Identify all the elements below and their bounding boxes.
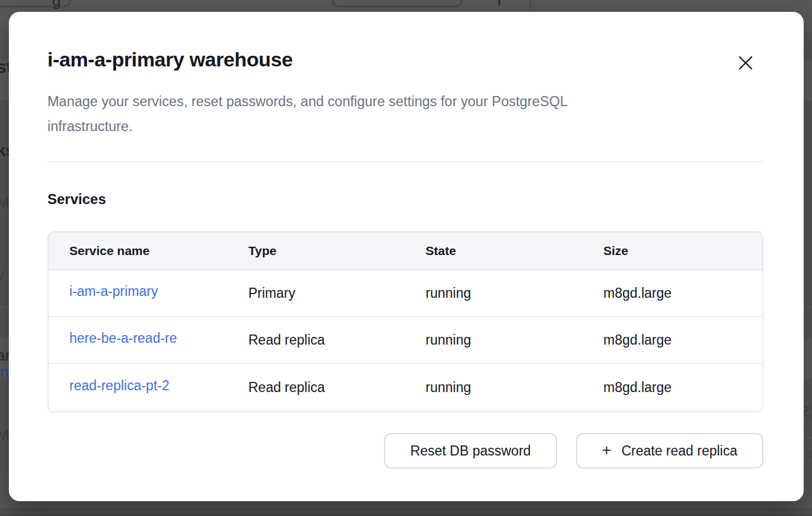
plus-icon: + [602, 442, 612, 458]
service-size: m8gd.large [603, 332, 762, 348]
reset-db-password-button[interactable]: Reset DB password [384, 433, 557, 469]
service-size: m8gd.large [603, 380, 762, 396]
create-read-replica-button[interactable]: + Create read replica [576, 433, 763, 469]
background-link-fragment: in [0, 364, 8, 380]
services-heading: Services [47, 191, 763, 208]
service-state: running [426, 285, 603, 301]
services-table-header: Service name Type State Size [49, 232, 762, 270]
service-type: Read replica [248, 380, 426, 396]
services-table: Service name Type State Size i-am-a-prim… [47, 231, 763, 412]
background-text-fragment: g [52, 0, 60, 8]
service-type: Read replica [248, 332, 426, 348]
warehouse-dialog: i-am-a-primary warehouse Manage your ser… [9, 12, 804, 501]
create-read-replica-label: Create read replica [621, 443, 737, 459]
background-text-fragment: y [0, 267, 4, 282]
dialog-actions: Reset DB password + Create read replica [47, 433, 763, 469]
reset-db-password-label: Reset DB password [410, 443, 530, 459]
column-header-type: Type [248, 244, 426, 258]
service-size: m8gd.large [603, 285, 762, 301]
dialog-description: Manage your services, reset passwords, a… [47, 89, 763, 139]
background-panel-divider [530, 0, 531, 10]
service-name-link[interactable]: read-replica-pt-2 [69, 378, 170, 394]
column-header-state: State [426, 244, 603, 258]
service-name-link[interactable]: i-am-a-primary [69, 284, 158, 300]
dialog-title: i-am-a-primary warehouse [47, 47, 763, 71]
table-row: i-am-a-primary Primary running m8gd.larg… [49, 270, 762, 317]
service-type: Primary [248, 285, 426, 301]
service-name-link[interactable]: here-be-a-read-re [69, 330, 177, 346]
background-footer-band [0, 508, 812, 516]
close-button[interactable] [734, 51, 757, 75]
column-header-size: Size [603, 244, 762, 258]
background-glyph-fragment [498, 0, 500, 5]
dialog-description-line: infrastructure. [47, 114, 763, 139]
table-row: here-be-a-read-re Read replica running m… [49, 317, 762, 364]
section-divider [47, 161, 763, 163]
service-state: running [426, 332, 603, 348]
table-row: read-replica-pt-2 Read replica running m… [49, 364, 762, 411]
background-toolbar-pill [332, 0, 462, 7]
background-text-fragment: ( [0, 169, 2, 184]
column-header-service-name: Service name [49, 244, 248, 258]
dialog-description-line: Manage your services, reset passwords, a… [47, 89, 763, 114]
service-state: running [426, 380, 603, 396]
background-text-fragment: ( [0, 390, 2, 405]
close-icon [738, 55, 753, 71]
